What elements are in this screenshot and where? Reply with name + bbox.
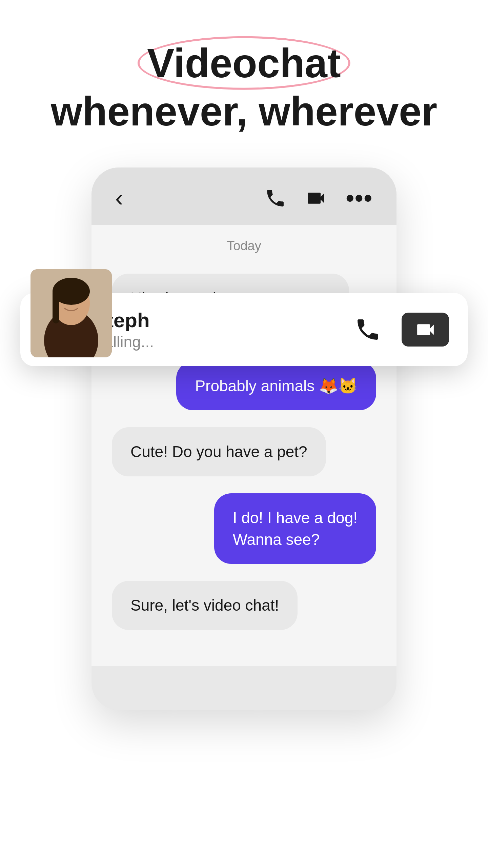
accept-audio-button[interactable] [349,311,386,348]
message-row: Probably animals 🦊🐱 [112,361,376,424]
message-row: Sure, let's video chat! [112,581,376,643]
phone-top-bar: ‹ ••• [92,167,396,225]
chat-area: Today Hi, what makes you happiest? Proba… [92,225,396,666]
caller-photo [30,269,112,357]
top-icons: ••• [264,184,373,212]
video-accept-icon [411,319,440,341]
call-info: Steph Calling... [93,308,349,351]
phone-screen: ‹ ••• Today [92,167,396,666]
date-label: Today [112,239,376,253]
phone-accept-icon [354,316,381,343]
hero-title-line1: Videochat [147,40,341,86]
message-bubble-sent: I do! I have a dog!Wanna see? [214,493,376,564]
phone-call-icon[interactable] [264,187,286,209]
video-call-icon[interactable] [303,187,329,209]
accept-video-button[interactable] [402,313,449,347]
hero-title-line2: whenever, wherever [51,89,438,134]
message-bubble-sent: Probably animals 🦊🐱 [176,361,376,410]
svg-rect-4 [53,290,59,323]
hero-section: Videochat whenever, wherever [51,41,438,134]
caller-name: Steph [93,308,349,333]
message-bubble-received: Cute! Do you have a pet? [112,427,326,476]
phone-area: ‹ ••• Today [41,167,447,710]
message-row: I do! I have a dog!Wanna see? [112,493,376,578]
hero-title-wrapper: Videochat [147,41,341,85]
call-actions [349,311,449,348]
message-bubble-received: Sure, let's video chat! [112,581,298,630]
message-row: Cute! Do you have a pet? [112,427,376,490]
back-button[interactable]: ‹ [115,184,123,212]
call-status: Calling... [93,333,349,351]
phone-mockup: ‹ ••• Today [92,167,396,710]
more-options-icon[interactable]: ••• [346,184,373,212]
